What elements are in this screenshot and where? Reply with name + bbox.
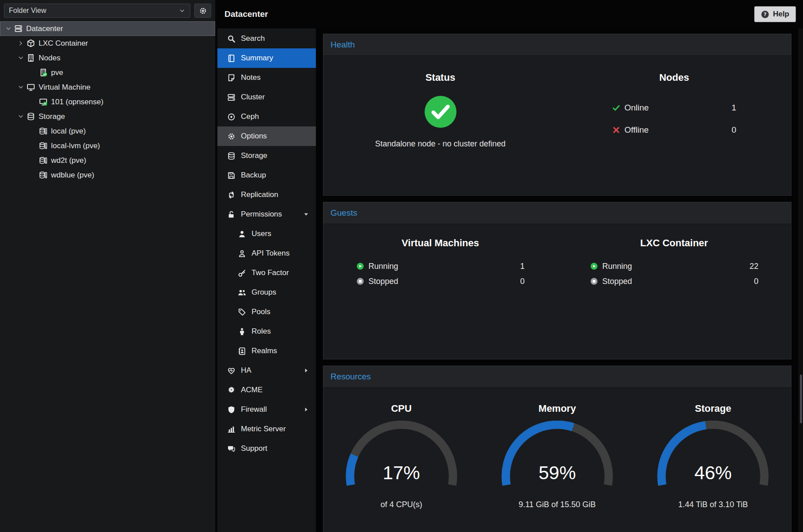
status-label: Offline xyxy=(625,125,723,135)
menu-item-realms[interactable]: Realms xyxy=(217,341,316,361)
menu-item-label: Notes xyxy=(241,73,260,82)
resources-section: Resources CPU 17% of 4 CPU(s)Memory 59% … xyxy=(323,366,791,532)
menu-item-two-factor[interactable]: Two Factor xyxy=(217,263,316,283)
tree-item-local-lvm-pve[interactable]: local-lvm (pve) xyxy=(0,138,215,153)
certificate-icon xyxy=(227,386,236,394)
tree-item-storage[interactable]: Storage xyxy=(0,109,215,124)
scrollbar-thumb[interactable] xyxy=(800,374,802,423)
storage-disk-icon xyxy=(39,156,47,165)
nodes-title: Nodes xyxy=(557,72,791,83)
menu-item-roles[interactable]: Roles xyxy=(217,322,316,341)
view-mode-select[interactable]: Folder View xyxy=(4,4,190,18)
menu-item-ha[interactable]: HA xyxy=(217,361,316,380)
menu-item-ceph[interactable]: Ceph xyxy=(217,107,316,126)
chevron-down-icon[interactable] xyxy=(4,25,13,32)
nodes-rows: Online1Offline0 xyxy=(612,97,736,141)
tree-item-label: wd2t (pve) xyxy=(51,156,86,165)
status-row-running: Running1 xyxy=(356,259,525,274)
gauge-caption: 9.11 GiB of 15.50 GiB xyxy=(479,500,635,509)
datacenter-menu: SearchSummaryNotesClusterCephOptionsStor… xyxy=(217,28,316,532)
search-icon xyxy=(227,35,236,43)
guests-body: Virtual MachinesRunning1Stopped0LXC Cont… xyxy=(323,224,791,359)
guests-section: Guests Virtual MachinesRunning1Stopped0L… xyxy=(323,202,791,359)
chevron-down-icon xyxy=(179,8,185,14)
tree-item-wd2t-pve[interactable]: wd2t (pve) xyxy=(0,153,215,168)
right-body: SearchSummaryNotesClusterCephOptionsStor… xyxy=(217,28,803,532)
server-icon xyxy=(14,24,23,33)
tree-settings-button[interactable] xyxy=(194,4,211,18)
tree-item-label: LXC Container xyxy=(39,39,88,48)
cube-icon xyxy=(27,39,35,47)
menu-item-label: Storage xyxy=(241,151,268,160)
retweet-icon xyxy=(227,191,236,199)
menu-item-summary[interactable]: Summary xyxy=(217,48,316,68)
status-value: 22 xyxy=(745,262,759,271)
expander-spacer xyxy=(28,157,38,164)
menu-item-search[interactable]: Search xyxy=(217,29,316,48)
caret-right-icon xyxy=(303,367,309,374)
tree-item-label: Virtual Machine xyxy=(39,83,91,92)
resources-header: Resources xyxy=(323,366,791,388)
menu-item-backup[interactable]: Backup xyxy=(217,166,316,185)
menu-item-permissions[interactable]: Permissions xyxy=(217,205,316,224)
menu-item-replication[interactable]: Replication xyxy=(217,185,316,205)
chevron-down-icon[interactable] xyxy=(16,84,26,91)
gauge-title: Storage xyxy=(635,403,791,414)
content-scrollbar[interactable] xyxy=(799,28,803,532)
menu-item-storage[interactable]: Storage xyxy=(217,146,316,166)
menu-item-label: Groups xyxy=(252,288,276,297)
chevron-down-icon[interactable] xyxy=(16,113,26,120)
bar-chart-icon xyxy=(227,425,236,433)
gauge-caption: 1.44 TiB of 3.10 TiB xyxy=(635,500,791,509)
desktop-icon xyxy=(27,83,35,91)
user-outline-icon xyxy=(238,249,246,258)
play-circle-icon xyxy=(356,262,364,270)
tree-item-lxc-container[interactable]: LXC Container xyxy=(0,36,215,51)
menu-item-metric-server[interactable]: Metric Server xyxy=(217,419,316,439)
vm-running-icon xyxy=(39,98,47,106)
shield-icon xyxy=(227,406,236,414)
status-value: 1 xyxy=(723,103,736,113)
menu-item-label: Summary xyxy=(241,54,273,63)
menu-item-pools[interactable]: Pools xyxy=(217,302,316,322)
caret-right-icon xyxy=(303,406,309,413)
menu-item-notes[interactable]: Notes xyxy=(217,68,316,87)
health-section: Health Status Standalone node - no clust… xyxy=(323,34,791,196)
tree-item-wdblue-pve[interactable]: wdblue (pve) xyxy=(0,168,215,182)
database-icon xyxy=(27,112,35,121)
menu-item-label: Realms xyxy=(252,347,277,355)
menu-item-cluster[interactable]: Cluster xyxy=(217,87,316,107)
database-icon xyxy=(227,152,236,160)
gauge: 59% xyxy=(493,421,622,493)
menu-item-acme[interactable]: ACME xyxy=(217,380,316,400)
expander-spacer xyxy=(28,128,38,134)
tree-item-local-pve[interactable]: local (pve) xyxy=(0,124,215,138)
guests-column-title: LXC Container xyxy=(557,237,791,249)
gauge: 46% xyxy=(649,421,777,493)
help-button[interactable]: ? Help xyxy=(754,6,796,22)
menu-item-groups[interactable]: Groups xyxy=(217,283,316,302)
resources-body: CPU 17% of 4 CPU(s)Memory 59% 9.11 GiB o… xyxy=(323,388,791,532)
menu-item-options[interactable]: Options xyxy=(217,126,316,146)
tree-item-datacenter[interactable]: Datacenter xyxy=(0,21,215,36)
chevron-down-icon[interactable] xyxy=(16,55,26,61)
tags-icon xyxy=(238,308,246,316)
health-nodes-column: Nodes Online1Offline0 xyxy=(557,56,791,195)
tree-item-pve[interactable]: pve xyxy=(0,65,215,80)
menu-item-support[interactable]: Support xyxy=(217,439,316,458)
play-circle-icon xyxy=(590,262,598,270)
stop-circle-icon xyxy=(590,277,598,285)
tree-item-101-opnsense[interactable]: 101 (opnsense) xyxy=(0,95,215,109)
menu-item-firewall[interactable]: Firewall xyxy=(217,400,316,419)
gauge-caption: of 4 CPU(s) xyxy=(323,500,479,509)
status-title: Status xyxy=(323,72,557,83)
menu-item-label: Cluster xyxy=(241,93,265,102)
menu-item-api-tokens[interactable]: API Tokens xyxy=(217,244,316,263)
tree-item-virtual-machine[interactable]: Virtual Machine xyxy=(0,80,215,95)
menu-item-users[interactable]: Users xyxy=(217,224,316,244)
chevron-right-icon[interactable] xyxy=(16,40,26,47)
tree-item-nodes[interactable]: Nodes xyxy=(0,51,215,65)
tree-item-label: wdblue (pve) xyxy=(51,171,94,180)
guests-rows: Running22Stopped0 xyxy=(590,259,759,289)
comments-icon xyxy=(227,445,236,453)
